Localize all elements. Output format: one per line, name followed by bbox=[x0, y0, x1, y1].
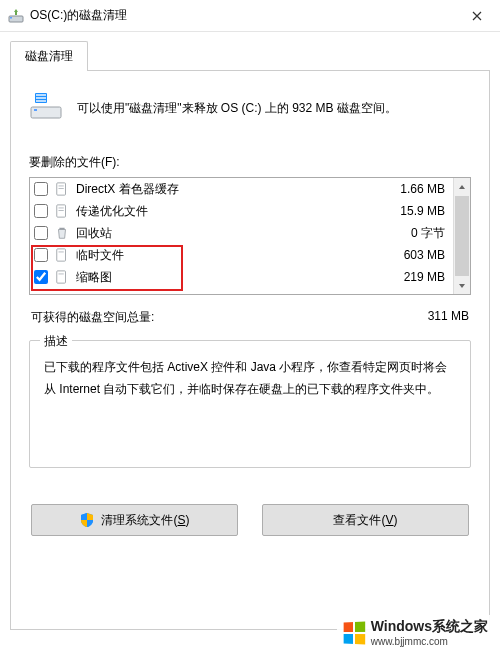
file-icon bbox=[54, 181, 70, 197]
svg-rect-11 bbox=[59, 188, 64, 189]
svg-rect-13 bbox=[59, 208, 64, 209]
drive-cleanup-icon bbox=[8, 8, 24, 24]
file-icon bbox=[54, 203, 70, 219]
total-row: 可获得的磁盘空间总量: 311 MB bbox=[31, 309, 469, 326]
file-row[interactable]: 传递优化文件 15.9 MB bbox=[30, 200, 453, 222]
file-list: DirectX 着色器缓存 1.66 MB 传递优化文件 15.9 MB bbox=[29, 177, 471, 295]
file-name: 回收站 bbox=[76, 225, 405, 242]
window-title: OS(C:)的磁盘清理 bbox=[30, 7, 454, 24]
svg-rect-0 bbox=[9, 16, 23, 22]
description-text: 已下载的程序文件包括 ActiveX 控件和 Java 小程序，你查看特定网页时… bbox=[44, 357, 456, 400]
file-size: 219 MB bbox=[404, 270, 449, 284]
windows-logo-icon bbox=[343, 621, 365, 644]
svg-rect-14 bbox=[59, 210, 64, 211]
svg-rect-15 bbox=[59, 228, 64, 230]
svg-rect-3 bbox=[31, 107, 61, 118]
view-files-button[interactable]: 查看文件(V) bbox=[262, 504, 469, 536]
file-size: 603 MB bbox=[404, 248, 449, 262]
scrollbar[interactable] bbox=[453, 178, 470, 294]
file-size: 0 字节 bbox=[411, 225, 449, 242]
file-checkbox[interactable] bbox=[34, 226, 48, 240]
drive-icon bbox=[29, 89, 63, 126]
svg-rect-4 bbox=[34, 109, 37, 111]
close-button[interactable] bbox=[454, 0, 500, 32]
tab-disk-cleanup[interactable]: 磁盘清理 bbox=[10, 41, 88, 71]
tab-panel: 可以使用"磁盘清理"来释放 OS (C:) 上的 932 MB 磁盘空间。 要删… bbox=[10, 70, 490, 630]
watermark: Windows系统之家 www.bjjmmc.com bbox=[337, 615, 494, 650]
description-label: 描述 bbox=[40, 333, 72, 350]
shield-icon bbox=[79, 512, 95, 528]
intro-text: 可以使用"磁盘清理"来释放 OS (C:) 上的 932 MB 磁盘空间。 bbox=[77, 99, 397, 117]
file-name: 传递优化文件 bbox=[76, 203, 394, 220]
file-row[interactable]: 回收站 0 字节 bbox=[30, 222, 453, 244]
file-checkbox[interactable] bbox=[34, 270, 48, 284]
file-name: 缩略图 bbox=[76, 269, 398, 286]
svg-rect-8 bbox=[36, 100, 46, 102]
file-row[interactable]: DirectX 着色器缓存 1.66 MB bbox=[30, 178, 453, 200]
svg-rect-16 bbox=[57, 249, 66, 261]
scroll-down-icon[interactable] bbox=[454, 277, 470, 294]
file-checkbox[interactable] bbox=[34, 248, 48, 262]
view-button-label: 查看文件(V) bbox=[333, 512, 397, 529]
svg-rect-18 bbox=[57, 271, 66, 283]
file-size: 1.66 MB bbox=[400, 182, 449, 196]
total-value: 311 MB bbox=[428, 309, 469, 326]
scroll-up-icon[interactable] bbox=[454, 178, 470, 195]
clean-system-files-button[interactable]: 清理系统文件(S) bbox=[31, 504, 238, 536]
total-label: 可获得的磁盘空间总量: bbox=[31, 309, 154, 326]
files-label: 要删除的文件(F): bbox=[29, 154, 471, 171]
svg-rect-2 bbox=[15, 12, 17, 15]
file-row[interactable]: 临时文件 603 MB bbox=[30, 244, 453, 266]
file-icon bbox=[54, 247, 70, 263]
svg-rect-17 bbox=[59, 252, 64, 253]
watermark-url: www.bjjmmc.com bbox=[371, 636, 488, 647]
watermark-brand: Windows系统之家 bbox=[371, 618, 488, 636]
intro-row: 可以使用"磁盘清理"来释放 OS (C:) 上的 932 MB 磁盘空间。 bbox=[29, 89, 471, 126]
svg-rect-1 bbox=[10, 17, 12, 19]
button-row: 清理系统文件(S) 查看文件(V) bbox=[29, 504, 471, 552]
file-row[interactable]: 缩略图 219 MB bbox=[30, 266, 453, 288]
scroll-thumb[interactable] bbox=[455, 196, 469, 276]
svg-rect-6 bbox=[36, 94, 46, 96]
description-box: 描述 已下载的程序文件包括 ActiveX 控件和 Java 小程序，你查看特定… bbox=[29, 340, 471, 468]
clean-button-label: 清理系统文件(S) bbox=[101, 512, 189, 529]
file-icon bbox=[54, 269, 70, 285]
file-checkbox[interactable] bbox=[34, 182, 48, 196]
titlebar: OS(C:)的磁盘清理 bbox=[0, 0, 500, 32]
recycle-bin-icon bbox=[54, 225, 70, 241]
svg-rect-19 bbox=[59, 274, 64, 275]
file-checkbox[interactable] bbox=[34, 204, 48, 218]
svg-rect-10 bbox=[59, 186, 64, 187]
file-name: DirectX 着色器缓存 bbox=[76, 181, 394, 198]
file-size: 15.9 MB bbox=[400, 204, 449, 218]
tab-strip: 磁盘清理 bbox=[0, 32, 500, 70]
svg-rect-7 bbox=[36, 97, 46, 99]
file-name: 临时文件 bbox=[76, 247, 398, 264]
